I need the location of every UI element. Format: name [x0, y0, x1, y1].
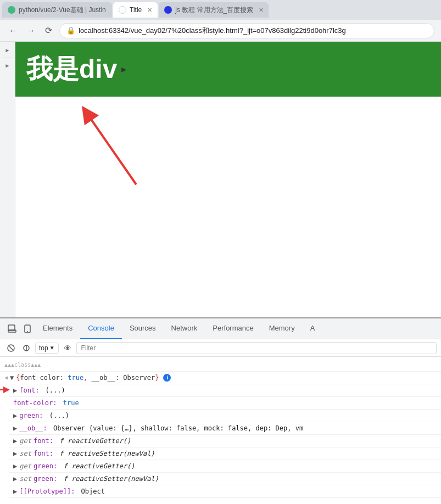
tab-label-vue: python/vue/2-Vue基础 | Justin — [19, 5, 106, 15]
ob-value: Observer {value: {…}, shallow: false, mo… — [49, 423, 303, 433]
chevron-down-icon: ▼ — [49, 345, 55, 351]
side-panel: ► ► — [0, 42, 15, 317]
console-line-font-color: font-color: true — [9, 397, 441, 410]
console-clear-button[interactable] — [4, 341, 18, 355]
tab-label-title: Title — [130, 6, 142, 14]
devtools-tab-bar: Elements Console Sources Network Perform… — [0, 318, 441, 339]
proto-key: [[Prototype]]: — [19, 486, 75, 496]
devtools-panel: Elements Console Sources Network Perform… — [0, 317, 441, 504]
console-line-green: ▶ green: (...) — [9, 410, 441, 422]
address-bar-area: ← → ⟳ 🔒 localhost:63342/vue_day02/7%20cl… — [0, 20, 441, 42]
set-green-prefix: set — [19, 474, 31, 484]
svg-line-1 — [87, 113, 136, 184]
get-font-prefix: get — [19, 436, 31, 446]
green-key: green: — [19, 411, 43, 421]
tab-favicon-title — [119, 6, 126, 14]
set-green-value: f reactiveSetter(newVal) — [59, 474, 159, 484]
font-key: font: — [19, 385, 39, 395]
tab-close-vue[interactable]: ✕ — [111, 7, 112, 14]
console-line-font: ▶ font: (...) — [9, 384, 441, 397]
console-line-set-font: ▶ set font: f reactiveSetter(newVal) — [9, 447, 441, 460]
devtools-inspect-button[interactable] — [4, 321, 20, 337]
svg-line-7 — [9, 346, 13, 350]
get-green-key: green: — [34, 461, 57, 471]
tab-elements[interactable]: Elements — [35, 318, 80, 339]
svg-rect-3 — [8, 330, 16, 332]
context-selector[interactable]: top ▼ — [35, 343, 59, 354]
console-toolbar: top ▼ 👁 — [0, 339, 441, 357]
red-arrow-console — [0, 385, 10, 394]
green-value: (...) — [46, 411, 69, 421]
ob-expand-arrow[interactable]: ▶ — [13, 423, 17, 433]
set-green-expand[interactable]: ▶ — [13, 474, 17, 484]
red-arrow-annotation — [70, 102, 180, 212]
tab-title[interactable]: Title ✕ — [113, 2, 158, 18]
cursor-indicator: ▸ — [121, 63, 126, 75]
proto-expand[interactable]: ▶ — [13, 486, 17, 496]
side-expand-2[interactable]: ► — [5, 63, 10, 69]
tab-favicon-baidu — [164, 6, 172, 14]
tab-console[interactable]: Console — [80, 318, 122, 339]
side-expand-1[interactable]: ► — [5, 47, 10, 53]
tab-close-baidu[interactable]: ✕ — [259, 7, 264, 14]
console-output: ▲▲▲class▲▲▲ ◀ ▼ {font-color: true, __ob_… — [0, 357, 441, 504]
console-line-get-font: ▶ get font: f reactiveGetter() — [9, 435, 441, 447]
address-text: localhost:63342/vue_day02/7%20class和styl… — [79, 26, 346, 36]
console-line-prefix: ▲▲▲class▲▲▲ — [4, 360, 41, 370]
forward-button[interactable]: → — [24, 24, 37, 37]
tab-sources[interactable]: Sources — [122, 318, 164, 339]
console-line-class-label: ▲▲▲class▲▲▲ — [0, 359, 441, 372]
demo-div: 我是div ▸ — [15, 42, 441, 97]
font-value: (...) — [41, 385, 65, 395]
info-badge: ℹ — [163, 374, 171, 382]
tab-close-title[interactable]: ✕ — [147, 7, 152, 14]
tab-performance[interactable]: Performance — [205, 318, 261, 339]
font-color-key: font-color: — [13, 398, 57, 408]
tab-label-baidu: js 教程 常用方法_百度搜索 — [175, 5, 253, 15]
tab-favicon-vue — [8, 6, 15, 14]
green-expand-arrow[interactable]: ▶ — [13, 411, 17, 421]
set-font-prefix: set — [19, 449, 31, 458]
ob-key: __ob__: — [19, 423, 47, 433]
get-font-value: f reactiveGetter() — [55, 436, 131, 446]
left-arrow-indicator: ◀ — [4, 373, 8, 383]
white-space — [15, 97, 441, 317]
lock-icon: 🔒 — [66, 26, 75, 35]
console-line-obj: ◀ ▼ {font-color: true, __ob__: Observer}… — [0, 372, 441, 384]
console-line-set-green: ▶ set green: f reactiveSetter(newVal) — [9, 473, 441, 485]
back-button[interactable]: ← — [7, 24, 20, 37]
eye-button[interactable]: 👁 — [61, 341, 74, 355]
svg-point-5 — [27, 331, 28, 332]
proto-value: Object — [77, 486, 105, 496]
set-font-value: f reactiveSetter(newVal) — [55, 449, 155, 458]
console-line-ob: ▶ __ob__: Observer {value: {…}, shallow:… — [9, 422, 441, 435]
get-font-key: font: — [34, 436, 53, 446]
main-content: 我是div ▸ — [15, 42, 441, 317]
font-color-value: true — [59, 398, 79, 408]
filter-input[interactable] — [76, 342, 437, 354]
get-font-expand[interactable]: ▶ — [13, 436, 17, 446]
tab-application[interactable]: A — [303, 318, 323, 339]
set-font-key: font: — [34, 449, 53, 458]
address-bar[interactable]: 🔒 localhost:63342/vue_day02/7%20class和st… — [59, 23, 434, 38]
set-green-key: green: — [34, 474, 57, 484]
obj-label: {font-color: true, __ob__: Observer} — [16, 373, 159, 383]
get-green-expand[interactable]: ▶ — [13, 461, 17, 471]
console-line-proto: ▶ [[Prototype]]: Object — [9, 485, 441, 498]
obj-expand-arrow[interactable]: ▼ — [10, 373, 14, 383]
tab-memory[interactable]: Memory — [261, 318, 303, 339]
tab-vue[interactable]: python/vue/2-Vue基础 | Justin ✕ — [2, 2, 112, 18]
get-green-value: f reactiveGetter() — [59, 461, 135, 471]
tab-network[interactable]: Network — [164, 318, 205, 339]
font-expand-arrow[interactable]: ▶ — [13, 385, 17, 395]
browser-tabs: python/vue/2-Vue基础 | Justin ✕ Title ✕ js… — [0, 0, 441, 20]
context-label: top — [39, 344, 48, 352]
get-green-prefix: get — [19, 461, 31, 471]
devtools-mobile-button[interactable] — [20, 321, 35, 337]
set-font-expand[interactable]: ▶ — [13, 449, 17, 458]
console-line-get-green: ▶ get green: f reactiveGetter() — [9, 460, 441, 473]
reload-button[interactable]: ⟳ — [42, 24, 55, 37]
console-filter-button[interactable] — [20, 341, 33, 355]
tab-baidu[interactable]: js 教程 常用方法_百度搜索 ✕ — [159, 2, 269, 18]
demo-div-text: 我是div — [26, 52, 117, 87]
